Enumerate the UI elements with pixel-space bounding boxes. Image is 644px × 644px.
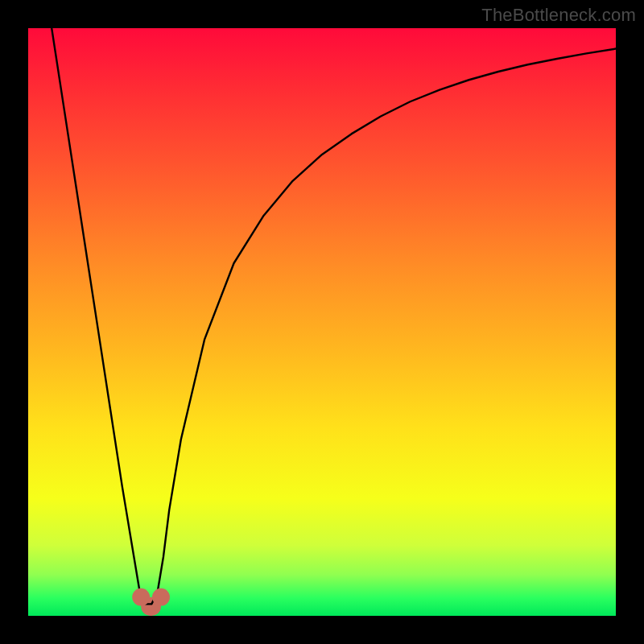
marker-min-left [132,588,150,606]
gradient-background [28,28,616,616]
chart-svg [28,28,616,616]
watermark-text: TheBottleneck.com [481,5,636,26]
marker-min-right [152,588,170,606]
outer-frame: TheBottleneck.com [0,0,644,644]
chart-area [28,28,616,616]
